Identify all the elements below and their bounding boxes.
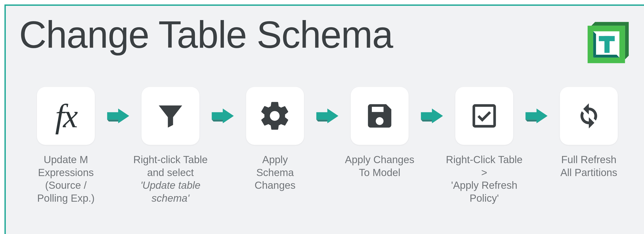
checkbox-icon bbox=[469, 100, 500, 131]
flow-arrow bbox=[315, 87, 340, 145]
arrow-icon bbox=[210, 107, 235, 125]
step-label: Full RefreshAll Partitions bbox=[546, 153, 631, 179]
arrow-icon bbox=[420, 107, 444, 125]
arrow-icon bbox=[106, 107, 130, 125]
svg-rect-6 bbox=[604, 36, 610, 53]
fx-icon: fx bbox=[55, 97, 76, 135]
flow-step: ApplySchemaChanges bbox=[235, 87, 315, 192]
step-label: Update MExpressions(Source /Polling Exp.… bbox=[24, 153, 108, 204]
page-title: Change Table Schema bbox=[19, 15, 393, 55]
svg-marker-3 bbox=[593, 32, 596, 58]
flow-step: Right-click Tableand select'Update table… bbox=[130, 87, 210, 204]
flow-arrow bbox=[210, 87, 235, 145]
svg-marker-4 bbox=[593, 55, 620, 58]
step-label: ApplySchemaChanges bbox=[233, 153, 317, 192]
step-card bbox=[351, 87, 408, 145]
step-label: Right-click Tableand select'Update table… bbox=[128, 153, 213, 204]
gear-icon bbox=[258, 99, 292, 133]
arrow-icon bbox=[315, 107, 340, 125]
header: Change Table Schema bbox=[19, 15, 634, 67]
flow-arrow bbox=[106, 87, 130, 145]
flow-row: fxUpdate MExpressions(Source /Polling Ex… bbox=[19, 87, 634, 204]
flow-step: Right-Click Table >'Apply Refresh Policy… bbox=[444, 87, 524, 204]
tabular-editor-logo bbox=[585, 19, 632, 67]
flow-step: Full RefreshAll Partitions bbox=[549, 87, 629, 179]
step-card bbox=[455, 87, 513, 145]
step-card bbox=[142, 87, 200, 145]
flow-arrow bbox=[524, 87, 549, 145]
flow-step: Apply ChangesTo Model bbox=[340, 87, 420, 179]
step-card bbox=[560, 87, 618, 145]
flow-arrow bbox=[420, 87, 444, 145]
svg-marker-20 bbox=[526, 120, 537, 123]
svg-marker-8 bbox=[107, 120, 118, 123]
step-label: Right-Click Table >'Apply Refresh Policy… bbox=[442, 153, 526, 204]
svg-marker-11 bbox=[212, 120, 223, 123]
save-icon bbox=[364, 100, 395, 131]
funnel-icon bbox=[155, 100, 186, 131]
flow-step: fxUpdate MExpressions(Source /Polling Ex… bbox=[26, 87, 106, 204]
step-card: fx bbox=[37, 87, 95, 145]
step-label: Apply ChangesTo Model bbox=[337, 153, 422, 179]
step-card bbox=[246, 87, 304, 145]
svg-marker-14 bbox=[316, 120, 328, 123]
diagram-container: Change Table Schema fxUpdate MExpression… bbox=[4, 5, 644, 234]
svg-marker-17 bbox=[421, 120, 432, 123]
refresh-icon bbox=[572, 99, 606, 133]
arrow-icon bbox=[524, 107, 549, 125]
